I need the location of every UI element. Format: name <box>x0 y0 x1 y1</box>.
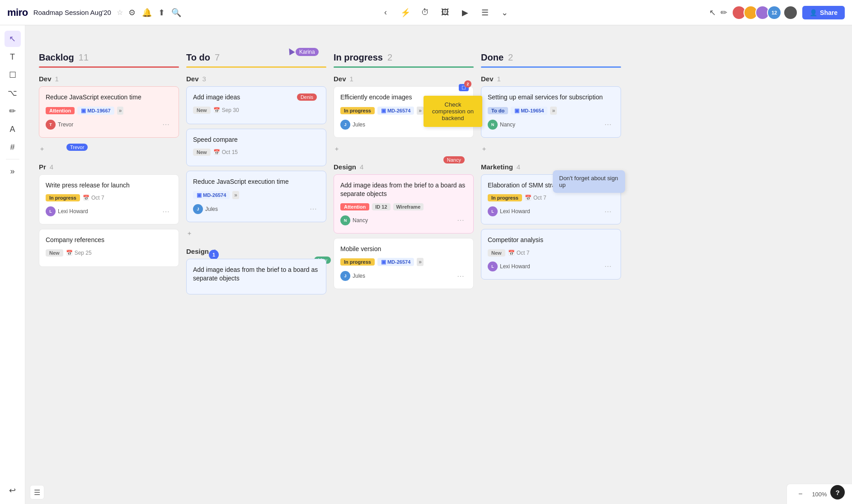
tool-sticky[interactable]: ☐ <box>5 67 21 83</box>
board-title: Roadmap Session Aug'20 <box>33 9 111 16</box>
assignee-lexi: L Lexi Howard <box>46 206 88 216</box>
badge-md-26574-label: MD-26574 <box>203 192 226 198</box>
backlog-header: Backlog 11 <box>39 52 179 63</box>
card-competitor-title: Competitor analysis <box>488 236 614 245</box>
card-add-image-brief-todo-title: Add image ideas from the brief to a boar… <box>193 266 320 283</box>
badge-md-26574: ▣ MD-26574 <box>193 191 230 199</box>
timer-icon[interactable]: ⏱ <box>417 5 433 21</box>
card-action-3[interactable]: ⋯ <box>307 203 320 215</box>
add-done-dev[interactable]: ＋ <box>481 142 621 156</box>
card-action-2[interactable]: ⋯ <box>160 205 172 218</box>
lexi-name-2: Lexi Howard <box>500 208 530 215</box>
image-icon[interactable]: 🖼 <box>437 5 453 21</box>
trevor-name: Trevor <box>58 121 73 128</box>
share-button[interactable]: 👤 Share <box>802 6 845 19</box>
tool-select[interactable]: ↖ <box>5 31 21 47</box>
date-oct7-comp: 📅 Oct 7 <box>508 250 530 256</box>
priority-mobile: » <box>417 258 424 266</box>
avatar-group: 12 <box>732 5 781 20</box>
cursor-nancy: Nancy <box>443 156 465 163</box>
backlog-divider <box>39 66 179 68</box>
add-todo-dev[interactable]: ＋ <box>186 227 326 240</box>
tool-more[interactable]: » <box>5 163 21 179</box>
card-action-9[interactable]: ⋯ <box>602 260 614 273</box>
tool-shapes[interactable]: ⌥ <box>5 85 21 101</box>
avatar-count[interactable]: 12 <box>767 5 781 20</box>
card-press-release-footer: L Lexi Howard ⋯ <box>46 205 172 218</box>
lightning-icon[interactable]: ⚡ <box>397 5 414 21</box>
card-add-image-meta: New 📅 Sep 30 <box>193 107 320 114</box>
topbar-right: ↖ ✏ 12 👤 Share <box>709 5 845 20</box>
bell-icon[interactable]: 🔔 <box>142 8 152 18</box>
date-label: Oct 7 <box>91 195 104 201</box>
badge-new-1: New <box>193 107 211 114</box>
card-press-release: Write press release for launch In progre… <box>39 174 179 225</box>
more-icon[interactable]: ⌄ <box>497 5 513 21</box>
cal-icon-smm: 📅 <box>525 195 532 201</box>
card-action-5[interactable]: ⋯ <box>454 214 467 227</box>
notif-dot: 2 <box>464 80 471 88</box>
trevor-cursor-label: Trevor <box>66 144 88 151</box>
tool-divider <box>6 159 19 159</box>
card-reduce-js-2: Reduce JavaScript execution time ▣ MD-26… <box>186 171 326 222</box>
backlog-dev-count: 1 <box>55 75 59 83</box>
card-action-7[interactable]: ⋯ <box>602 118 614 131</box>
badge-md-encode: ▣ MD-26574 <box>377 107 414 115</box>
backlog-count: 11 <box>79 52 89 63</box>
pen-icon[interactable]: ✏ <box>720 8 727 18</box>
help-button[interactable]: ? <box>830 485 845 499</box>
card-add-image-design-footer: N Nancy ⋯ <box>340 214 467 227</box>
tool-frame[interactable]: # <box>5 139 21 155</box>
card-email-meta: To do ▣ MD-19654 » <box>488 107 614 115</box>
chat-bubble-design: 1 <box>209 250 219 260</box>
assignee-jules-2: J Jules <box>340 120 365 130</box>
card-smm-meta: In progress 📅 Oct 7 <box>488 194 614 201</box>
settings-icon[interactable]: ⚙ <box>128 8 136 18</box>
done-title: Done <box>481 52 504 63</box>
search-icon[interactable]: 🔍 <box>171 8 181 18</box>
star-icon[interactable]: ☆ <box>117 8 123 17</box>
badge-new-refs: New <box>46 249 63 257</box>
inprogress-divider <box>334 66 474 68</box>
lexi-name: Lexi Howard <box>58 208 88 215</box>
card-mobile-version: Mobile version In progress ▣ MD-26574 » … <box>334 238 474 289</box>
card-action-8[interactable]: ⋯ <box>602 205 614 218</box>
card-reduce-js: Reduce JavaScript execution time Attenti… <box>39 86 179 138</box>
done-marketing-header: Marketing 4 <box>481 163 621 171</box>
panels-toggle[interactable]: ☰ <box>30 485 44 499</box>
user-avatar[interactable] <box>783 5 798 20</box>
inprogress-header: In progress 2 <box>334 52 474 63</box>
jules-name: Jules <box>205 206 218 212</box>
badge-md-encode-label: MD-26574 <box>387 108 410 113</box>
todo-design-title: Design <box>186 247 209 255</box>
plus-icon-2: ＋ <box>186 229 193 238</box>
add-dev-card[interactable]: ＋ <box>39 142 179 156</box>
topbar-icons: ⚙ 🔔 ⬆ 🔍 <box>128 8 181 18</box>
lexi-avatar-3: L <box>488 261 498 271</box>
share-icon[interactable]: ⬆ <box>158 8 165 18</box>
inprogress-title: In progress <box>334 52 383 63</box>
pointer-icon[interactable]: ↖ <box>709 8 716 18</box>
card-action-1[interactable]: ⋯ <box>160 118 172 131</box>
card-add-image-design: Add image ideas from the brief to a boar… <box>334 174 474 233</box>
zoom-out-button[interactable]: − <box>794 488 807 500</box>
calendar-icon-2: 📅 <box>66 250 73 256</box>
tool-undo[interactable]: ↩ <box>5 482 21 499</box>
tool-text2[interactable]: A <box>5 121 21 137</box>
card-mobile-title: Mobile version <box>340 245 467 254</box>
priority-email: » <box>550 107 557 115</box>
list-icon[interactable]: ☰ <box>477 5 493 21</box>
card-action-6[interactable]: ⋯ <box>454 270 467 282</box>
add-inprogress-dev[interactable]: ＋ <box>334 142 474 156</box>
tool-pen[interactable]: ✏ <box>5 103 21 119</box>
oct7-smm-label: Oct 7 <box>533 195 546 201</box>
todo-dev-header: Dev 3 <box>186 75 326 83</box>
jira-icon-4: ▣ <box>381 259 386 265</box>
karina-label: Karina <box>296 48 319 56</box>
tool-text[interactable]: T <box>5 49 21 65</box>
jules-name-2: Jules <box>353 121 365 128</box>
present-icon[interactable]: ▶ <box>457 5 473 21</box>
cursor-denis: Denis <box>297 93 317 101</box>
nancy-avatar: N <box>340 215 350 225</box>
back-icon[interactable]: ‹ <box>377 5 394 21</box>
